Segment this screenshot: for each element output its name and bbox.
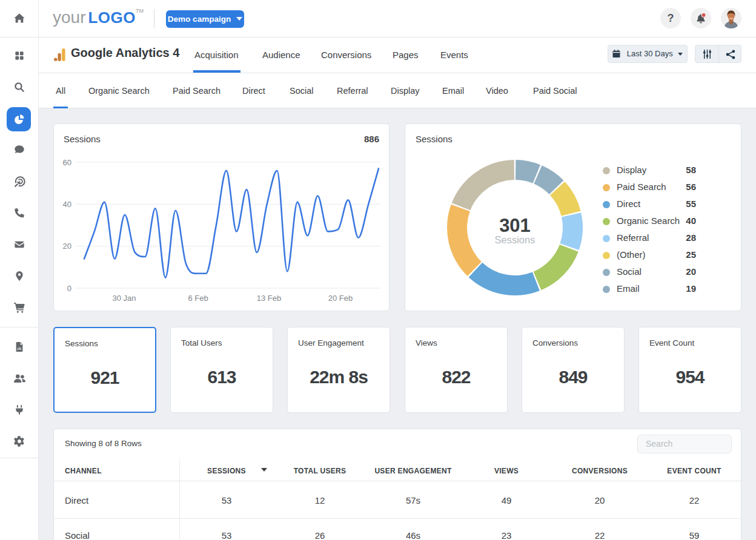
svg-text:Sessions: Sessions — [495, 234, 536, 245]
svg-text:13 Feb: 13 Feb — [257, 294, 281, 303]
svg-text:30 Jan: 30 Jan — [112, 294, 136, 303]
svg-text:20: 20 — [63, 242, 71, 251]
svg-text:20 Feb: 20 Feb — [328, 294, 353, 303]
svg-text:60: 60 — [63, 158, 71, 167]
svg-text:301: 301 — [499, 215, 531, 236]
svg-text:40: 40 — [63, 200, 71, 209]
svg-text:0: 0 — [67, 284, 71, 293]
svg-text:6 Feb: 6 Feb — [188, 294, 208, 303]
